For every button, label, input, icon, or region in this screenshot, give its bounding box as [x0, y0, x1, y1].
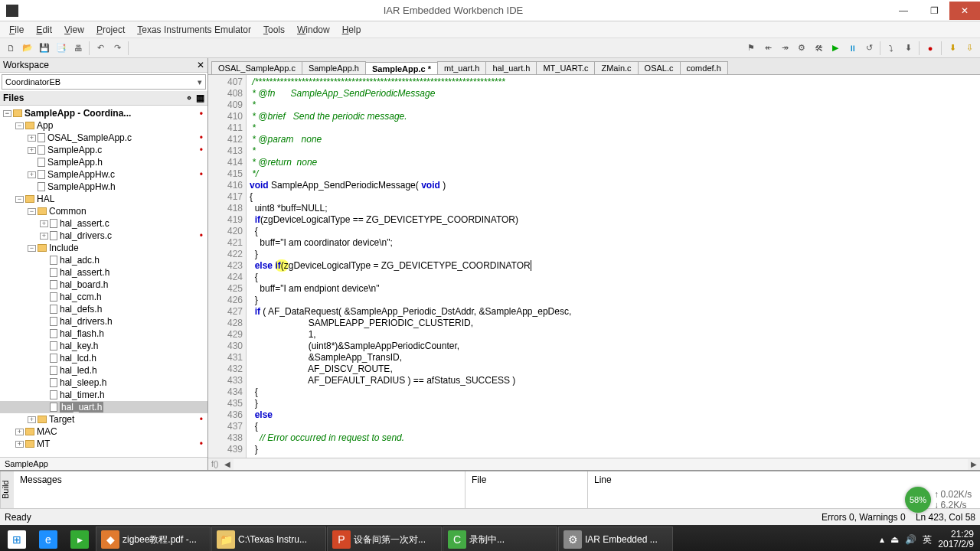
save-icon[interactable]: 💾 [37, 41, 52, 56]
tree-node[interactable]: hal_uart.h [0, 401, 207, 413]
tree-node[interactable]: +OSAL_SampleApp.c• [0, 132, 207, 144]
bookmark-toggle-icon[interactable]: ⚑ [743, 41, 759, 56]
taskbar-item[interactable]: C录制中... [443, 527, 557, 551]
file-column: File [466, 471, 588, 508]
tree-node[interactable]: hal_defs.h [0, 303, 207, 315]
undo-icon[interactable]: ↶ [93, 41, 108, 56]
tree-node[interactable]: hal_adc.h [0, 254, 207, 266]
download-icon[interactable]: ⬇ [945, 41, 960, 56]
make-icon[interactable]: 🛠 [811, 41, 826, 56]
step-over-icon[interactable]: ⤵ [884, 41, 899, 56]
tree-node[interactable]: +MAC [0, 425, 207, 438]
status-errors: Errors 0, Warnings 0 [822, 512, 906, 523]
breakpoint-icon[interactable]: ● [923, 41, 938, 56]
tree-node[interactable]: hal_drivers.h [0, 315, 207, 328]
tree-node[interactable]: hal_board.h [0, 279, 207, 291]
tree-node[interactable]: +Target• [0, 413, 207, 425]
tree-node[interactable]: +hal_drivers.c• [0, 230, 207, 242]
editor-tab[interactable]: ZMain.c [594, 61, 638, 74]
tree-node[interactable]: −App [0, 119, 207, 132]
messages-column: Messages [14, 471, 466, 508]
configuration-dropdown[interactable]: CoordinatorEB [2, 74, 206, 90]
taskbar-app-vlc[interactable]: ▸ [64, 527, 95, 551]
tree-node[interactable]: hal_assert.h [0, 266, 207, 279]
open-icon[interactable]: 📂 [20, 41, 35, 56]
project-tree[interactable]: −SampleApp - Coordina...•−App+OSAL_Sampl… [0, 106, 207, 457]
tree-node[interactable]: hal_led.h [0, 364, 207, 377]
compile-icon[interactable]: ⚙ [794, 41, 809, 56]
horizontal-scrollbar[interactable]: f() ◀ ▶ [208, 458, 980, 470]
scroll-left-icon[interactable]: ◀ [221, 460, 234, 468]
tree-node[interactable]: SampleAppHw.h [0, 181, 207, 193]
tray-clock[interactable]: 21:29 2017/2/9 [938, 530, 974, 549]
minimize-button[interactable]: — [888, 2, 919, 20]
col-icon-1: ⚬ [185, 93, 193, 103]
reset-icon[interactable]: ↺ [861, 41, 877, 56]
tree-node[interactable]: hal_timer.h [0, 389, 207, 401]
tree-node[interactable]: −Include [0, 242, 207, 254]
editor-tab[interactable]: mt_uart.h [437, 61, 486, 74]
editor-tab[interactable]: hal_uart.h [485, 61, 537, 74]
tray-eject-icon[interactable]: ⏏ [890, 534, 899, 545]
build-panel-tab[interactable]: Build [0, 471, 14, 508]
bookmark-prev-icon[interactable]: ↞ [760, 41, 776, 56]
tree-node[interactable]: +MT• [0, 438, 207, 450]
tree-node[interactable]: SampleApp.h [0, 156, 207, 168]
step-into-icon[interactable]: ⬇ [900, 41, 916, 56]
bookmark-next-icon[interactable]: ↠ [777, 41, 792, 56]
menu-help[interactable]: Help [336, 23, 368, 37]
editor-tab[interactable]: OSAL.c [638, 61, 681, 74]
taskbar-item[interactable]: 📁C:\Texas Instru... [211, 527, 326, 551]
tree-node[interactable]: hal_ccm.h [0, 291, 207, 303]
col-icon-2: ▦ [196, 93, 204, 103]
statusbar: Ready Errors 0, Warnings 0 Ln 423, Col 5… [0, 508, 980, 525]
menu-tools[interactable]: Tools [257, 23, 291, 37]
download-debug-icon[interactable]: ⇩ [962, 41, 977, 56]
tree-node[interactable]: hal_flash.h [0, 328, 207, 340]
scroll-right-icon[interactable]: ▶ [968, 460, 980, 468]
close-button[interactable]: ✕ [949, 2, 980, 20]
maximize-button[interactable]: ❐ [919, 2, 949, 20]
editor-tab[interactable]: SampleApp.h [302, 61, 366, 74]
menu-project[interactable]: Project [90, 23, 131, 37]
tray-ime[interactable]: 英 [923, 533, 932, 546]
editor-tab[interactable]: OSAL_SampleApp.c [211, 61, 302, 74]
menu-view[interactable]: View [58, 23, 90, 37]
windows-taskbar: ⊞ e ▸ ◆zigbee教程.pdf -... 📁C:\Texas Instr… [0, 525, 980, 551]
editor-tab[interactable]: comdef.h [680, 61, 728, 74]
tree-node[interactable]: +hal_assert.c [0, 217, 207, 230]
redo-icon[interactable]: ↷ [109, 41, 125, 56]
taskbar-item[interactable]: ⚙IAR Embedded ... [558, 527, 673, 551]
tray-arrow-icon[interactable]: ▴ [880, 534, 884, 545]
tray-volume-icon[interactable]: 🔊 [905, 534, 916, 545]
save-all-icon[interactable]: 📑 [54, 41, 69, 56]
tree-node[interactable]: hal_sleep.h [0, 377, 207, 389]
editor-tab[interactable]: SampleApp.c * [365, 62, 438, 75]
panel-close-icon[interactable]: ✕ [197, 60, 204, 70]
workspace-footer-tab[interactable]: SampleApp [0, 457, 207, 470]
tree-node[interactable]: −SampleApp - Coordina...• [0, 107, 207, 119]
tree-node[interactable]: +SampleApp.c• [0, 144, 207, 156]
taskbar-item[interactable]: ◆zigbee教程.pdf -... [96, 527, 211, 551]
tree-node[interactable]: hal_lcd.h [0, 352, 207, 364]
taskbar-app-ie[interactable]: e [33, 527, 64, 551]
menubar: FileEditViewProjectTexas Instruments Emu… [0, 21, 980, 38]
break-icon[interactable]: ⏸ [844, 41, 860, 56]
editor-tab[interactable]: MT_UART.c [536, 61, 595, 74]
tree-node[interactable]: +SampleAppHw.c• [0, 168, 207, 181]
taskbar-item[interactable]: P设备间第一次对... [327, 527, 442, 551]
menu-file[interactable]: File [3, 23, 30, 37]
workspace-panel-title: Workspace✕ [0, 58, 207, 73]
new-file-icon[interactable]: 🗋 [3, 41, 18, 56]
start-button[interactable]: ⊞ [2, 527, 32, 551]
menu-edit[interactable]: Edit [30, 23, 58, 37]
print-icon[interactable]: 🖶 [70, 41, 86, 56]
menu-window[interactable]: Window [291, 23, 336, 37]
tree-node[interactable]: −Common [0, 205, 207, 217]
tree-node[interactable]: −HAL [0, 193, 207, 205]
code-body[interactable]: /***************************************… [247, 75, 980, 458]
code-editor[interactable]: 4074084094104114124134144154164174184194… [208, 75, 980, 458]
debug-go-icon[interactable]: ▶ [828, 41, 843, 56]
menu-texas-instruments-emulator[interactable]: Texas Instruments Emulator [131, 23, 257, 37]
tree-node[interactable]: hal_key.h [0, 340, 207, 352]
